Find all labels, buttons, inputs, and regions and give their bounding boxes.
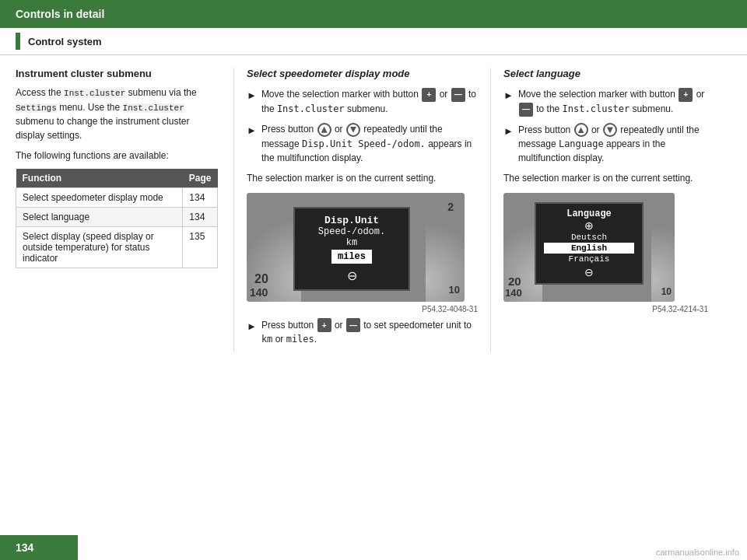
left-col-paragraph1: Access the Inst.cluster submenu via the … [16,86,218,142]
lang-item-francais: Français [544,254,634,264]
scroll-up-icon2 [574,123,588,137]
right-bullet-2-text: Press button or repeatedly until the mes… [518,123,708,166]
code-inst-cluster: Inst.cluster [64,89,125,98]
table-row: Select language 134 [16,208,218,227]
bullet-arrow-icon: ► [247,88,257,103]
scroll-down-icon2 [603,123,617,137]
table-cell-page: 134 [183,188,218,208]
mid-bullet-1: ► Move the selection marker with button … [247,87,478,116]
mid-bullet-4: ► Press button + or — to set speedometer… [247,318,478,347]
header-title: Controls in detail [16,8,104,20]
code-settings: Settings [16,103,57,113]
page-number: 134 [16,541,33,554]
sub-header-accent [16,33,20,50]
lang-display-image: 20 140 10 Language ⊕ Deutsch English Fra… [503,193,675,302]
code-inst-cluster3: Inst.cluster [277,103,345,114]
mid-bullet-2: ► Press button or repeatedly until the m… [247,122,478,165]
bullet-arrow-icon: ► [503,88,514,103]
functions-label: The following functions are available: [16,149,218,163]
right-bullet-3-text: The selection marker is on the current s… [503,171,708,185]
mid-bullet-4-text: Press button + or — to set speedometer u… [261,318,478,347]
code-miles: miles [286,334,314,345]
lang-num-10: 10 [661,286,672,297]
left-column: Instrument cluster submenu Access the In… [16,68,233,352]
lang-minus: ⊖ [544,266,634,278]
sub-header-text: Control system [28,36,102,47]
watermark: carmanualsonline.info [656,548,739,557]
lang-overlay: Language ⊕ Deutsch English Français ⊖ [535,202,644,285]
mid-bullet-2-text: Press button or repeatedly until the mes… [261,122,478,165]
table-row: Select display (speed display or outside… [16,227,218,268]
speedo-photo-label: P54.32-4048-31 [247,305,478,313]
functions-table: Function Page Select speedometer display… [16,169,218,268]
scroll-down-icon [346,123,360,137]
mid-bullet-3-text: The selection marker is on the current s… [247,171,478,185]
table-cell-function: Select language [16,208,183,227]
plus-button-icon3: + [679,88,693,102]
table-cell-function: Select speedometer display mode [16,188,183,208]
lang-item-deutsch: Deutsch [544,232,634,243]
table-row: Select speedometer display mode 134 [16,188,218,208]
sub-header: Control system [0,28,747,55]
speedo-gauge-right: 2 10 [426,193,465,302]
lang-num-20: 20 [508,275,521,288]
right-bullet-1: ► Move the selection marker with button … [503,87,708,117]
minus-button-icon: — [451,88,465,102]
right-column: Select language ► Move the selection mar… [490,68,708,352]
plus-button-icon2: + [317,318,331,332]
right-bullet-1-text: Move the selection marker with button + … [518,87,708,117]
bullet-arrow-icon: ► [247,123,257,138]
speedo-minus: ⊖ [303,268,401,283]
speedo-line2: Speed-/odom. [303,226,401,237]
bullet-arrow-icon: ► [247,319,257,334]
lang-num-140: 140 [505,287,522,299]
code-disp-unit: Disp.Unit Speed-/odom. [302,138,426,149]
main-content: Instrument cluster submenu Access the In… [0,55,747,365]
speedo-display-image: 20 140 2 10 Disp.Unit Speed-/odom. km mi… [247,193,465,302]
mid-col-heading: Select speedometer display mode [247,68,478,79]
speedo-num-140: 140 [250,286,268,299]
mid-bullet-1-text: Move the selection marker with button + … [261,87,478,116]
mid-bullet-3: The selection marker is on the current s… [247,171,478,185]
speedo-num-20: 20 [254,272,268,286]
lang-photo-label: P54.32-4214-31 [503,305,708,313]
code-km: km [261,334,272,345]
lang-item-english: English [544,243,634,254]
code-language: Language [559,138,604,149]
code-inst-cluster4: Inst.cluster [563,103,630,114]
left-col-heading: Instrument cluster submenu [16,68,218,79]
lang-title: Language [544,208,634,219]
minus-button-icon3: — [519,103,533,117]
speedo-num-10: 10 [449,284,460,296]
scroll-up-icon [317,123,331,137]
bullet-arrow-icon: ► [503,124,514,139]
right-bullet-3: The selection marker is on the current s… [503,171,708,185]
speedo-line1: Disp.Unit [303,215,401,226]
table-cell-function: Select display (speed display or outside… [16,227,183,268]
table-cell-page: 134 [183,208,218,227]
mid-column: Select speedometer display mode ► Move t… [233,68,490,352]
right-col-heading: Select language [503,68,708,79]
table-col-function: Function [16,169,183,188]
right-bullet-2: ► Press button or repeatedly until the m… [503,123,708,166]
minus-button-icon2: — [346,318,360,332]
plus-button-icon: + [422,88,436,102]
speedo-overlay: Disp.Unit Speed-/odom. km miles ⊖ [293,207,410,291]
page-footer: 134 [0,535,78,560]
speedo-num-2: 2 [447,201,454,213]
lang-gauge-right: 10 [651,193,675,302]
table-col-page: Page [183,169,218,188]
speedo-unit-km: km [303,237,401,248]
lang-plus: ⊕ [544,219,634,232]
code-inst-cluster2: Inst.cluster [123,103,184,113]
speedo-unit-miles: miles [331,250,372,264]
header-bar: Controls in detail [0,0,747,28]
table-cell-page: 135 [183,227,218,268]
